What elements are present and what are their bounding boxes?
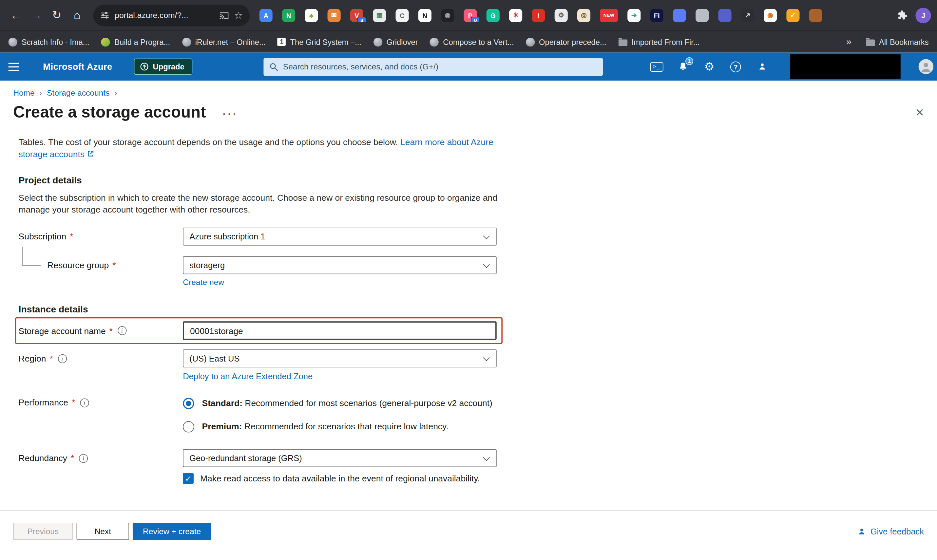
more-options-icon[interactable]: ··· xyxy=(223,109,238,120)
feedback-icon[interactable] xyxy=(755,60,769,73)
back-button[interactable]: ← xyxy=(6,5,26,26)
red-burst-extension-icon[interactable]: ✳ xyxy=(509,9,522,22)
azure-brand[interactable]: Microsoft Azure xyxy=(43,62,112,72)
cloud-shell-icon[interactable]: >_ xyxy=(650,60,663,73)
pink-p-extension-icon[interactable]: P0 xyxy=(464,9,477,22)
info-icon[interactable]: i xyxy=(58,354,66,363)
bookmark-item[interactable]: Compose to a Vert... xyxy=(430,37,514,46)
extensions-puzzle-icon[interactable] xyxy=(897,9,908,21)
account-avatar[interactable] xyxy=(919,59,933,74)
all-bookmarks-button[interactable]: All Bookmarks xyxy=(866,37,929,46)
bookmark-item[interactable]: Gridlover xyxy=(373,37,418,46)
upgrade-button[interactable]: Upgrade xyxy=(134,58,192,75)
previous-button[interactable]: Previous xyxy=(13,523,73,540)
leaf-extension-icon[interactable]: ♣ xyxy=(305,9,318,22)
notifications-bell-icon[interactable]: 1 xyxy=(677,60,690,73)
settings-gear-icon[interactable]: ⚙ xyxy=(703,60,716,73)
grey-c-extension-icon[interactable]: C xyxy=(395,9,408,22)
site-info-icon[interactable] xyxy=(100,11,109,20)
info-icon[interactable]: i xyxy=(80,398,89,407)
premium-option-label: Premium: Recommended for scenarios that … xyxy=(202,422,448,431)
storage-account-name-label: Storage account name*i xyxy=(18,326,183,335)
bookmark-label: Imported From Fir... xyxy=(631,37,700,46)
new-badge-extension-icon[interactable]: NEW xyxy=(600,9,618,22)
brown-box-extension-icon[interactable] xyxy=(809,9,822,22)
globe-favicon xyxy=(526,37,535,46)
subscription-dropdown[interactable]: Azure subscription 1 xyxy=(183,228,497,246)
wizard-footer: Previous Next Review + create Give feedb… xyxy=(13,523,924,540)
bookmark-item[interactable]: iRuler.net – Online... xyxy=(182,37,266,46)
bookmark-item[interactable]: Imported From Fir... xyxy=(618,37,700,46)
redundancy-row: Redundancy*i Geo-redundant storage (GRS) xyxy=(18,449,937,467)
close-blade-icon[interactable]: × xyxy=(915,105,924,120)
bookmark-item[interactable]: Operator precede... xyxy=(526,37,606,46)
home-button[interactable]: ⌂ xyxy=(67,5,87,26)
address-bar[interactable]: portal.azure.com/?... ☆ xyxy=(93,5,250,26)
bookmark-item[interactable]: 1The Grid System –... xyxy=(277,37,361,46)
region-dropdown[interactable]: (US) East US xyxy=(183,349,497,368)
bookmark-label: Build a Progra... xyxy=(114,37,170,46)
resource-group-dropdown[interactable]: storagerg xyxy=(183,256,497,274)
breadcrumb-home-link[interactable]: Home xyxy=(13,88,35,97)
premium-radio-button[interactable] xyxy=(183,421,194,432)
indigo-app-extension-icon[interactable] xyxy=(718,9,731,22)
portal-content: Home › Storage accounts › Create a stora… xyxy=(0,80,937,560)
bookmark-star-icon[interactable]: ☆ xyxy=(234,9,242,21)
next-button[interactable]: Next xyxy=(76,523,129,540)
grammarly-extension-icon[interactable]: G xyxy=(487,9,499,22)
help-icon[interactable]: ? xyxy=(729,60,742,73)
storage-account-name-input[interactable] xyxy=(183,321,497,340)
azure-header-actions: >_ 1 ⚙ ? xyxy=(650,54,937,79)
storage-name-highlight-box: Storage account name*i xyxy=(15,317,502,344)
region-label: Region*i xyxy=(18,354,183,363)
red-stop-extension-icon[interactable]: ! xyxy=(532,9,545,22)
bookmarks-list: Scratch Info - Ima...Build a Progra...iR… xyxy=(9,37,700,46)
teal-bird-extension-icon[interactable]: ➔ xyxy=(627,9,641,22)
project-details-heading: Project details xyxy=(18,175,937,186)
spreadsheet-extension-icon[interactable]: ▦ xyxy=(373,9,386,22)
reload-button[interactable]: ↻ xyxy=(46,5,67,26)
fi-extension-icon[interactable]: FI xyxy=(650,9,663,22)
performance-option-standard[interactable]: Standard: Recommended for most scenarios… xyxy=(183,394,492,412)
settings-app-extension-icon[interactable]: ⚙ xyxy=(555,9,568,22)
amber-check-extension-icon[interactable]: ✓ xyxy=(786,9,800,22)
performance-option-premium[interactable]: Premium: Recommended for scenarios that … xyxy=(183,417,492,435)
forward-button[interactable]: → xyxy=(26,5,46,26)
info-icon[interactable]: i xyxy=(118,326,126,335)
performance-label-text: Performance xyxy=(18,398,68,408)
resource-group-row: Resource group* storagerg xyxy=(18,256,937,274)
info-icon[interactable]: i xyxy=(79,454,88,462)
orange-ring-extension-icon[interactable]: ◉ xyxy=(764,9,777,22)
redundancy-dropdown[interactable]: Geo-redundant storage (GRS) xyxy=(183,449,497,467)
url-text[interactable]: portal.azure.com/?... xyxy=(115,11,214,20)
cast-icon[interactable] xyxy=(219,11,229,20)
bookmark-label: Compose to a Vert... xyxy=(443,37,514,46)
red-shield-extension-icon[interactable]: V3 xyxy=(350,9,363,22)
bookmark-item[interactable]: Scratch Info - Ima... xyxy=(9,37,89,46)
read-access-checkbox[interactable]: ✓ xyxy=(183,473,194,484)
browser-profile-avatar[interactable]: J xyxy=(915,8,931,23)
dark-lens-extension-icon[interactable]: ◉ xyxy=(441,9,454,22)
browser-toolbar: ← → ↻ ⌂ portal.azure.com/?... ☆ AN♣✉V3▦C… xyxy=(0,0,937,31)
review-create-button[interactable]: Review + create xyxy=(133,523,211,540)
green-n-extension-icon[interactable]: N xyxy=(282,9,295,22)
breadcrumb-storage-accounts-link[interactable]: Storage accounts xyxy=(47,88,110,97)
folder-icon xyxy=(866,39,875,46)
translate-extension-icon[interactable]: A xyxy=(259,9,273,22)
globe-favicon xyxy=(9,37,17,46)
dark-arrow-extension-icon[interactable]: ↗ xyxy=(741,9,754,22)
give-feedback-link[interactable]: Give feedback xyxy=(857,526,924,536)
extended-zone-link[interactable]: Deploy to an Azure Extended Zone xyxy=(183,372,313,381)
create-new-link[interactable]: Create new xyxy=(183,278,224,286)
global-search-input[interactable]: Search resources, services, and docs (G+… xyxy=(264,58,603,75)
bookmarks-overflow-icon[interactable]: » xyxy=(838,36,860,47)
notion-extension-icon[interactable]: N xyxy=(418,9,432,22)
grey-app-extension-icon[interactable] xyxy=(695,9,709,22)
target-extension-icon[interactable]: ◎ xyxy=(577,9,590,22)
menu-hamburger-icon[interactable] xyxy=(9,63,19,71)
standard-radio-button[interactable] xyxy=(183,398,194,409)
redundancy-label: Redundancy*i xyxy=(18,453,183,463)
bookmark-item[interactable]: Build a Progra... xyxy=(101,37,170,46)
orange-mail-extension-icon[interactable]: ✉ xyxy=(328,9,341,22)
blue-app-extension-icon[interactable] xyxy=(673,9,686,22)
